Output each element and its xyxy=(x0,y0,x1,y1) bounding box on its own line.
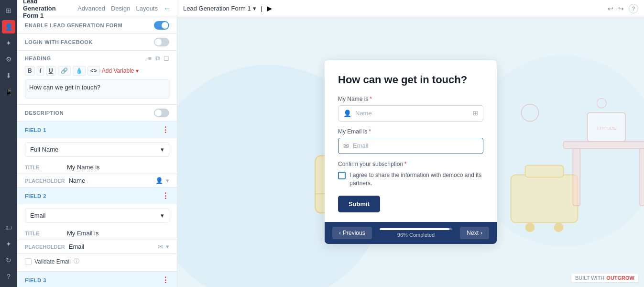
bold-button[interactable]: B xyxy=(25,66,35,76)
previous-button[interactable]: ‹ Previous xyxy=(332,227,372,239)
comment-icon[interactable]: ☐ xyxy=(164,55,169,62)
tab-layouts[interactable]: Layouts xyxy=(136,4,158,13)
user-icon-small: 👤 xyxy=(155,177,163,184)
name-input[interactable] xyxy=(355,110,473,117)
outgrow-logo: OUTGROW xyxy=(606,275,634,281)
field-2-title-label: TITLE xyxy=(25,231,63,236)
field-2-placeholder-label: PLACEHOLDER xyxy=(25,244,65,250)
description-toggle[interactable] xyxy=(154,109,169,117)
field-2-menu-button[interactable]: ⋮ xyxy=(162,191,169,200)
heading-toolbar: B I U 🔗 💧 <> Add Variable ▾ xyxy=(25,66,169,76)
field-1-type-select[interactable]: Full Name ▾ xyxy=(25,142,169,157)
add-variable-button[interactable]: Add Variable ▾ xyxy=(102,67,139,74)
magic-icon[interactable]: ✦ xyxy=(2,237,15,251)
align-icon[interactable]: ≡ xyxy=(148,55,152,62)
progress-bar-fill xyxy=(380,228,450,230)
name-required-star: * xyxy=(370,96,372,102)
user-icon[interactable]: 👤 xyxy=(2,20,15,33)
description-row: DESCRIPTION xyxy=(17,105,177,121)
field-1-type-label: Full Name xyxy=(30,146,58,153)
svg-rect-13 xyxy=(563,142,644,149)
chevron-down-icon: ▾ xyxy=(161,212,164,219)
field-2-type-label: Email xyxy=(30,212,46,219)
field-1-section: FIELD 1 ⋮ Full Name ▾ TITLE My Name is P… xyxy=(17,121,177,188)
svg-point-11 xyxy=(554,222,563,232)
canvas-title-select[interactable]: Lead Generation Form 1 ▾ xyxy=(183,5,256,12)
top-nav: Lead Generation Form 1 Advanced Design L… xyxy=(17,0,177,17)
back-button[interactable]: ← xyxy=(164,4,171,13)
validate-email-label: Validate Email xyxy=(34,258,71,265)
italic-button[interactable]: I xyxy=(37,66,44,76)
email-input[interactable] xyxy=(353,142,478,149)
login-facebook-label: LOGIN WITH FACEBOOK xyxy=(25,39,93,45)
email-input-wrap[interactable]: ✉ xyxy=(338,138,483,154)
login-facebook-row: LOGIN WITH FACEBOOK xyxy=(17,34,177,51)
field-2-placeholder-value[interactable]: Email xyxy=(69,243,154,250)
field-2-title-row: TITLE My Email is xyxy=(17,227,177,240)
field-3-menu-button[interactable]: ⋮ xyxy=(162,276,169,285)
info-icon[interactable]: ⓘ xyxy=(74,257,79,265)
settings-icon[interactable]: ⚙ xyxy=(2,53,15,66)
prev-arrow-icon: ‹ xyxy=(339,230,341,236)
validate-email-checkbox[interactable] xyxy=(25,258,32,265)
preview-icon[interactable]: ▶ xyxy=(267,5,272,12)
grid-icon[interactable]: ⊞ xyxy=(2,4,15,17)
form-title-nav: Lead Generation Form 1 xyxy=(23,0,72,19)
next-button[interactable]: Next › xyxy=(460,227,489,239)
heading-section: HEADING ≡ ⧉ ☐ B I U 🔗 💧 <> Add Variable … xyxy=(17,51,177,105)
help-button[interactable]: ? xyxy=(629,4,638,13)
main-area: Lead Generation Form 1 ▾ | ▶ ↩ ↪ ? xyxy=(177,0,644,287)
enable-lead-gen-toggle[interactable] xyxy=(154,21,169,30)
subscription-check-row: I agree to share the information with de… xyxy=(338,171,483,188)
redo-button[interactable]: ↪ xyxy=(618,5,624,12)
refresh-icon[interactable]: ↻ xyxy=(2,254,15,267)
subscription-label: Confirm your subscription * xyxy=(338,161,483,167)
form-card: How can we get in touch? My Name is * 👤 … xyxy=(325,60,497,244)
chevron-down-icon[interactable]: ▾ xyxy=(166,243,169,250)
canvas-preview: TTITUDE How can we get in touch? My Name… xyxy=(177,17,644,287)
submit-button[interactable]: Submit xyxy=(338,196,380,212)
tab-design[interactable]: Design xyxy=(111,4,130,13)
field-1-placeholder-actions: 👤 ▾ xyxy=(155,177,169,184)
login-facebook-toggle[interactable] xyxy=(154,38,169,46)
heading-section-header: HEADING ≡ ⧉ ☐ xyxy=(25,55,169,62)
chevron-down-icon[interactable]: ▾ xyxy=(166,177,169,184)
field-2-header: FIELD 2 ⋮ xyxy=(17,188,177,204)
color-button[interactable]: 💧 xyxy=(73,66,86,76)
name-input-wrap[interactable]: 👤 ⊞ xyxy=(338,105,483,121)
progress-text: 96% Completed xyxy=(397,232,435,238)
field-2-section: FIELD 2 ⋮ Email ▾ TITLE My Email is PLAC… xyxy=(17,188,177,272)
name-field-icon: 👤 xyxy=(343,110,351,117)
undo-button[interactable]: ↩ xyxy=(608,5,613,12)
progress-bar-track xyxy=(380,228,453,230)
enable-lead-gen-row: ENABLE LEAD GENERATION FORM xyxy=(17,17,177,34)
tag-icon[interactable]: 🏷 xyxy=(2,221,15,234)
subscription-check-text: I agree to share the information with de… xyxy=(349,171,483,188)
help-icon[interactable]: ? xyxy=(2,270,15,283)
field-1-header: FIELD 1 ⋮ xyxy=(17,121,177,138)
tab-advanced[interactable]: Advanced xyxy=(77,4,105,13)
field-1-title-value[interactable]: My Name is xyxy=(67,164,169,171)
subscription-checkbox[interactable] xyxy=(338,172,346,179)
field-1-menu-button[interactable]: ⋮ xyxy=(162,125,169,134)
field-3-header: FIELD 3 ⋮ xyxy=(17,272,177,287)
field-1-placeholder-value[interactable]: Name xyxy=(69,177,152,184)
svg-rect-12 xyxy=(525,165,564,177)
code-button[interactable]: <> xyxy=(87,66,100,76)
subscription-required-star: * xyxy=(404,161,407,167)
email-field-label: My Email is * xyxy=(338,128,483,135)
field-2-title-value[interactable]: My Email is xyxy=(67,230,169,237)
email-required-star: * xyxy=(369,128,371,135)
copy-icon[interactable]: ⧉ xyxy=(155,55,160,62)
field-2-type-select[interactable]: Email ▾ xyxy=(25,208,169,223)
svg-text:TTITUDE: TTITUDE xyxy=(596,125,616,131)
star-icon[interactable]: ✦ xyxy=(2,36,15,50)
underline-button[interactable]: U xyxy=(46,66,56,76)
download-icon[interactable]: ⬇ xyxy=(2,69,15,82)
phone-icon[interactable]: 📱 xyxy=(2,85,15,99)
heading-text-input[interactable]: How can we get in touch? xyxy=(25,79,169,99)
field-3-section: FIELD 3 ⋮ xyxy=(17,272,177,287)
canvas-topbar-actions: ↩ ↪ ? xyxy=(608,4,638,13)
link-button[interactable]: 🔗 xyxy=(58,66,71,76)
svg-rect-15 xyxy=(640,149,644,206)
